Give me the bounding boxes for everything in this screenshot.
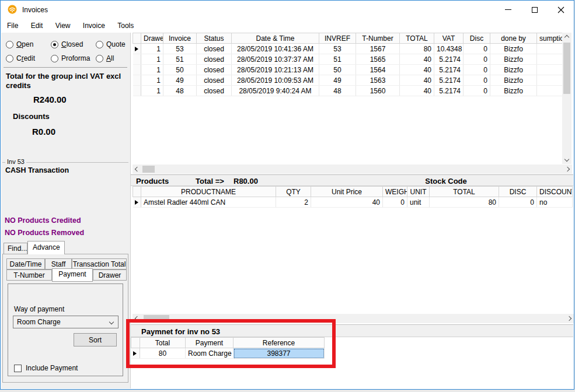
cell-doneby[interactable]: Bizzfo [490, 65, 537, 75]
subtab-tnumber[interactable]: T-Number [6, 270, 52, 281]
cell-total[interactable]: 80 [430, 197, 499, 208]
cell-datetime[interactable]: 28/05/2019 10:09:53 AM [232, 75, 319, 86]
invoice-row[interactable]: 1 53 closed 28/05/2019 10:41:36 AM 53 15… [133, 44, 565, 54]
cell-disc[interactable]: 0 [499, 197, 537, 208]
way-of-payment-select[interactable]: Room Charge [13, 316, 119, 328]
scroll-right-icon[interactable] [563, 164, 572, 174]
cell-status[interactable]: closed [197, 65, 232, 75]
cell-tnumber[interactable]: 1564 [356, 65, 400, 75]
cell-sumption[interactable] [537, 54, 565, 65]
cell-vat[interactable]: 10.4348 [434, 44, 464, 54]
cell-disc[interactable]: 0 [464, 54, 490, 65]
close-button[interactable] [548, 1, 574, 19]
col-invoice[interactable]: Invoice [163, 33, 197, 44]
maximize-button[interactable] [521, 1, 548, 19]
cell-total[interactable]: 80 [400, 44, 434, 54]
product-row[interactable]: Amstel Radler 440ml CAN 2 40 0 unit 80 0… [133, 197, 573, 208]
cell-status[interactable]: closed [197, 75, 232, 86]
tab-advance[interactable]: Advance [27, 241, 65, 254]
cell-doneby[interactable]: Bizzfo [490, 54, 537, 65]
include-payment-checkbox[interactable] [14, 365, 22, 372]
cell-doneby[interactable]: Bizzfo [490, 75, 537, 86]
sort-button[interactable]: Sort [74, 333, 117, 346]
cell-total[interactable]: 40 [400, 75, 434, 86]
scroll-right-icon[interactable] [564, 314, 574, 323]
menu-invoice[interactable]: Invoice [78, 19, 110, 33]
cell-sumption[interactable] [537, 65, 565, 75]
invoice-vertical-scrollbar[interactable] [562, 33, 571, 164]
radio-credit[interactable]: Credit [6, 54, 35, 62]
menu-tools[interactable]: Tools [112, 19, 139, 33]
cell-tnumber[interactable]: 1565 [356, 54, 400, 65]
cell-invref[interactable]: 53 [319, 44, 356, 54]
radio-quote[interactable]: Quote [96, 40, 126, 48]
col-disc[interactable]: Disc [464, 33, 490, 44]
col-status[interactable]: Status [197, 33, 232, 44]
cell-drawer[interactable]: 1 [141, 86, 163, 96]
col-discount[interactable]: DISCOUNT [537, 187, 573, 197]
cell-sumption[interactable] [537, 86, 565, 96]
cell-datetime[interactable]: 28/05/2019 10:41:36 AM [232, 44, 319, 54]
invoice-row[interactable]: 1 49 closed 28/05/2019 10:09:53 AM 49 15… [133, 75, 565, 86]
cell-datetime[interactable]: 28/05/2019 10:37:37 AM [232, 54, 319, 65]
cell-weight[interactable]: 0 [383, 197, 407, 208]
cell-total[interactable]: 40 [400, 65, 434, 75]
cell-invref[interactable]: 51 [319, 54, 356, 65]
cell-unit[interactable]: unit [407, 197, 430, 208]
invoice-horizontal-scrollbar[interactable] [133, 164, 572, 174]
col-invref[interactable]: INVREF [319, 33, 356, 44]
cell-sumption[interactable] [537, 75, 565, 86]
cell-drawer[interactable]: 1 [141, 44, 163, 54]
col-doneby[interactable]: done by [490, 33, 537, 44]
radio-proforma[interactable]: Proforma [51, 54, 90, 62]
col-total[interactable]: TOTAL [400, 33, 434, 44]
subtab-datetime[interactable]: Date/Time [6, 258, 45, 270]
cell-status[interactable]: closed [197, 54, 232, 65]
cell-vat[interactable]: 5.2174 [434, 54, 464, 65]
scroll-down-icon[interactable] [562, 155, 571, 164]
radio-closed[interactable]: Closed [51, 40, 83, 48]
col-disc[interactable]: DISC [499, 187, 537, 197]
cell-drawer[interactable]: 1 [141, 54, 163, 65]
cell-vat[interactable]: 5.2174 [434, 75, 464, 86]
col-datetime[interactable]: Date & Time [232, 33, 319, 44]
scroll-up-icon[interactable] [562, 33, 571, 42]
cell-tnumber[interactable]: 1563 [356, 75, 400, 86]
cell-disc[interactable]: 0 [464, 65, 490, 75]
col-unit[interactable]: UNIT [407, 187, 430, 197]
cell-tnumber[interactable]: 1567 [356, 44, 400, 54]
menu-view[interactable]: View [50, 19, 76, 33]
cell-unitprice[interactable]: 40 [311, 197, 383, 208]
col-qty[interactable]: QTY [276, 187, 311, 197]
cell-invref[interactable]: 49 [319, 75, 356, 86]
cell-drawer[interactable]: 1 [141, 65, 163, 75]
tab-find[interactable]: Find... [4, 243, 27, 254]
col-total[interactable]: TOTAL [430, 187, 499, 197]
menu-file[interactable]: File [1, 19, 23, 33]
col-tnumber[interactable]: T-Number [356, 33, 400, 44]
subtab-drawer[interactable]: Drawer [93, 270, 127, 281]
scrollbar-thumb[interactable] [563, 43, 570, 94]
cell-doneby[interactable]: Bizzfo [490, 86, 537, 96]
cell-datetime[interactable]: 28/05/2019 10:21:13 AM [232, 65, 319, 75]
col-vat[interactable]: VAT [434, 33, 464, 44]
scroll-left-icon[interactable] [133, 164, 142, 174]
cell-invref[interactable]: 50 [319, 65, 356, 75]
col-sumption[interactable]: sumption [537, 33, 565, 44]
radio-all[interactable]: All [96, 54, 114, 62]
radio-open[interactable]: Open [6, 40, 33, 48]
menu-edit[interactable]: Edit [26, 19, 48, 33]
cell-datetime[interactable]: 28/05/2019 9:40:24 AM [232, 86, 319, 96]
cell-sumption[interactable] [537, 44, 565, 54]
cell-vat[interactable]: 5.2174 [434, 65, 464, 75]
cell-status[interactable]: closed [197, 86, 232, 96]
col-weight[interactable]: WEIGHT [383, 187, 407, 197]
invoice-row[interactable]: 1 51 closed 28/05/2019 10:37:37 AM 51 15… [133, 54, 565, 65]
col-drawer[interactable]: Drawer [141, 33, 163, 44]
col-unitprice[interactable]: Unit Price [311, 187, 383, 197]
scrollbar-thumb[interactable] [142, 166, 155, 173]
cell-discount[interactable]: no [537, 197, 573, 208]
cell-tnumber[interactable]: 1560 [356, 86, 400, 96]
cell-invref[interactable]: 48 [319, 86, 356, 96]
cell-qty[interactable]: 2 [276, 197, 311, 208]
